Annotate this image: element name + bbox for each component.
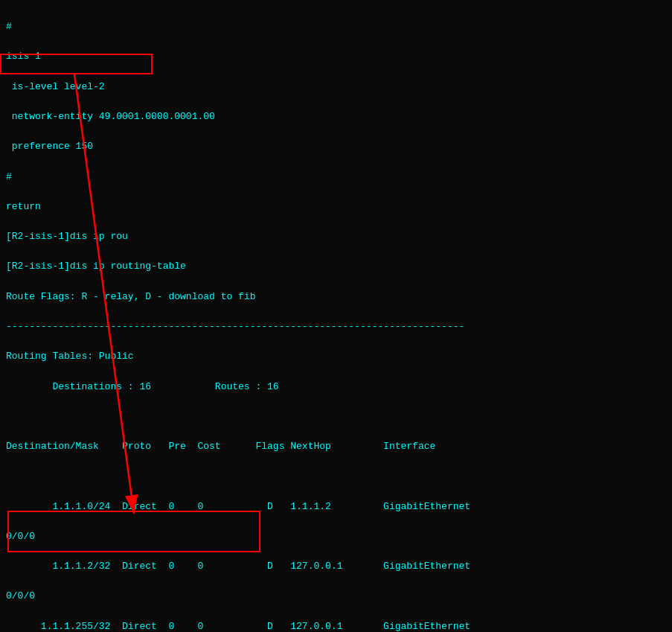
line-11: ----------------------------------------…	[6, 321, 464, 332]
line-12: Routing Tables: Public	[6, 351, 134, 362]
line-2: isis 1	[6, 51, 41, 62]
line-20: 0/0/0	[6, 590, 35, 601]
line-9: [R2-isis-1]dis ip routing-table	[6, 261, 186, 272]
terminal-output: # isis 1 is-level level-2 network-entity…	[0, 0, 672, 632]
line-18: 0/0/0	[6, 531, 35, 542]
line-19: 1.1.1.2/32 Direct 0 0 D 127.0.0.1 Gigabi…	[6, 561, 470, 572]
line-4: network-entity 49.0001.0000.0001.00	[6, 111, 215, 122]
line-1: #	[6, 21, 12, 32]
line-8: [R2-isis-1]dis ip rou	[6, 231, 128, 242]
line-15: Destination/Mask Proto Pre Cost Flags Ne…	[6, 441, 435, 452]
line-6: #	[6, 171, 12, 182]
line-17: 1.1.1.0/24 Direct 0 0 D 1.1.1.2 GigabitE…	[6, 501, 470, 512]
line-21: 1.1.1.255/32 Direct 0 0 D 127.0.0.1 Giga…	[6, 621, 470, 632]
line-10: Route Flags: R - relay, D - download to …	[6, 291, 255, 302]
line-5: preference 150	[6, 141, 93, 152]
line-7: return	[6, 201, 41, 212]
line-3: is-level level-2	[6, 81, 105, 92]
line-13: Destinations : 16 Routes : 16	[6, 381, 279, 392]
